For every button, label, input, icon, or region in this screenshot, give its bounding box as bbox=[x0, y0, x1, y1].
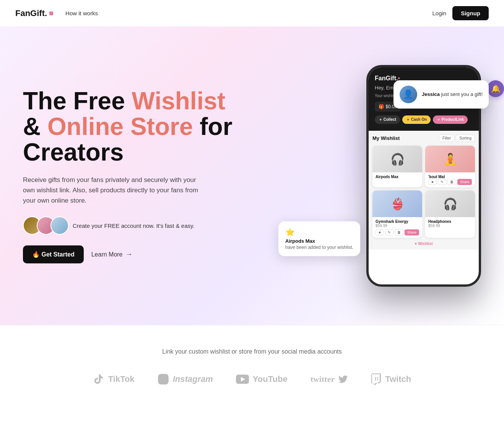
product-image-airpods: 🎧 bbox=[372, 146, 422, 172]
login-button[interactable]: Login bbox=[432, 10, 446, 16]
wishlist-notif-title: Airpods Max bbox=[285, 238, 353, 244]
tiktok-icon bbox=[93, 373, 104, 385]
hero-title-part3: for bbox=[193, 113, 232, 140]
product-name-airpods: Airpods Max bbox=[376, 175, 419, 179]
social-icons: TikTok Instagram YouTube twitter bbox=[15, 373, 489, 385]
twitter-bird-icon bbox=[338, 375, 348, 383]
share-button-mat[interactable]: Share bbox=[457, 179, 472, 185]
avatar-3 bbox=[50, 216, 69, 235]
notification-text: Jessica just sent you a gift! bbox=[422, 91, 483, 98]
logo-text: FanGift. bbox=[15, 8, 47, 18]
product-actions-gymshark: ★ ✎ 🗑 Share bbox=[376, 229, 419, 235]
tab-collect[interactable]: ＋ Collect bbox=[375, 115, 400, 124]
social-subtitle: Link your custom wishlist or store from … bbox=[15, 348, 489, 355]
notification-sender: Jessica bbox=[422, 91, 440, 97]
product-image-headphones2: 🎧 bbox=[425, 190, 475, 217]
product-price-headphones2: $59.99 bbox=[428, 224, 472, 228]
action-btn-3[interactable]: 🗑 bbox=[447, 179, 456, 185]
filter-button[interactable]: Filter bbox=[439, 135, 454, 142]
wishlist-controls: Filter Sorting bbox=[439, 135, 475, 142]
action-btn-g3[interactable]: 🗑 bbox=[395, 229, 403, 235]
product-info-gymshark: Gymshark Energy $59.99 ★ ✎ 🗑 Share bbox=[372, 217, 422, 238]
product-image-gymshark: 👙 bbox=[372, 190, 422, 217]
wishlist-notif-desc: have been added to your wishlist. bbox=[285, 245, 353, 250]
hero-title-creators: Creators bbox=[23, 138, 124, 166]
wishlist-header: My Wishlist Filter Sorting bbox=[372, 135, 475, 142]
hero-cta-text: Create your FREE account now. It's fast … bbox=[73, 222, 195, 229]
notification-avatar: 👤 bbox=[400, 86, 417, 103]
hero-content: The Free Wishlist & Online Store for Cre… bbox=[23, 88, 232, 263]
hero-title: The Free Wishlist & Online Store for Cre… bbox=[23, 88, 232, 166]
product-info-mat: 'kout Mat ★ ✎ 🗑 Share bbox=[425, 172, 475, 187]
hero-description: Receive gifts from your fans privately a… bbox=[23, 175, 206, 206]
social-section: Link your custom wishlist or store from … bbox=[0, 325, 504, 408]
logo[interactable]: FanGift. bbox=[15, 8, 53, 18]
social-twitch[interactable]: Twitch bbox=[371, 373, 411, 385]
instagram-icon bbox=[158, 373, 169, 385]
product-name-headphones2: Headphones bbox=[428, 219, 472, 224]
social-tiktok[interactable]: TikTok bbox=[93, 373, 135, 385]
product-card-airpods: 🎧 Airpods Max bbox=[372, 146, 422, 187]
signup-button[interactable]: Signup bbox=[452, 6, 489, 20]
action-btn-2[interactable]: ✎ bbox=[438, 179, 446, 185]
svg-point-2 bbox=[165, 376, 166, 377]
svg-point-1 bbox=[161, 377, 165, 381]
product-card-headphones2: 🎧 Headphones $59.99 bbox=[425, 190, 475, 238]
wishlist-title: My Wishlist bbox=[372, 135, 400, 141]
navbar: FanGift. How it works Login Signup bbox=[0, 0, 504, 27]
product-info-headphones2: Headphones $59.99 bbox=[425, 217, 475, 232]
product-price-gymshark: $59.99 bbox=[376, 224, 419, 228]
product-image-mat: 🧘 bbox=[425, 146, 475, 172]
youtube-icon bbox=[236, 375, 249, 384]
nav-right: Login Signup bbox=[432, 6, 489, 20]
twitch-label: Twitch bbox=[385, 374, 411, 384]
social-twitter[interactable]: twitter bbox=[311, 374, 348, 384]
phone-body: My Wishlist Filter Sorting 🎧 Airpods Max bbox=[369, 131, 479, 250]
product-name-mat: 'kout Mat bbox=[428, 175, 472, 179]
product-card-gymshark: 👙 Gymshark Energy $59.99 ★ ✎ 🗑 Share bbox=[372, 190, 422, 238]
tab-product[interactable]: ＋ ProductLink bbox=[433, 115, 468, 124]
logo-dot bbox=[49, 11, 53, 15]
learn-more-button[interactable]: Learn More → bbox=[91, 250, 133, 258]
learn-more-label: Learn More bbox=[91, 251, 123, 258]
get-started-button[interactable]: 🔥 Get Started bbox=[23, 245, 84, 263]
action-btn-1[interactable]: ★ bbox=[428, 179, 437, 185]
how-it-works-link[interactable]: How it works bbox=[65, 10, 98, 16]
hero-title-part1: The Free bbox=[23, 87, 132, 115]
product-card-mat: 🧘 'kout Mat ★ ✎ 🗑 Share bbox=[425, 146, 475, 187]
social-youtube[interactable]: YouTube bbox=[236, 374, 288, 384]
arrow-icon: → bbox=[126, 250, 133, 258]
instagram-label: Instagram bbox=[173, 374, 213, 384]
tiktok-label: TikTok bbox=[108, 374, 135, 384]
social-instagram[interactable]: Instagram bbox=[158, 373, 213, 385]
product-info-airpods: Airpods Max bbox=[372, 172, 422, 181]
hero-avatars: Create your FREE account now. It's fast … bbox=[23, 216, 232, 235]
tab-cash[interactable]: ＋ Cash On bbox=[402, 115, 431, 124]
hero-section: The Free Wishlist & Online Store for Cre… bbox=[0, 27, 504, 325]
phone-wishlist-nav: ♥ Wishlist bbox=[372, 242, 475, 246]
nav-left: FanGift. How it works bbox=[15, 8, 98, 18]
hero-title-accent2: Online Store bbox=[47, 113, 193, 140]
product-grid: 🎧 Airpods Max 🧘 'kout Mat ★ bbox=[372, 146, 475, 238]
hero-title-part2: & bbox=[23, 113, 47, 140]
share-button-gymshark[interactable]: Share bbox=[405, 229, 419, 235]
product-actions-mat: ★ ✎ 🗑 Share bbox=[428, 179, 472, 185]
notification-bell[interactable]: 🔔 bbox=[487, 80, 504, 97]
product-name-gymshark: Gymshark Energy bbox=[376, 219, 419, 224]
hero-buttons: 🔥 Get Started Learn More → bbox=[23, 245, 232, 263]
action-btn-g2[interactable]: ✎ bbox=[385, 229, 393, 235]
sorting-button[interactable]: Sorting bbox=[456, 135, 475, 142]
twitter-label: twitter bbox=[311, 374, 335, 384]
hero-phone-area: 👤 Jessica just sent you a gift! 🔔 FanGif… bbox=[290, 57, 481, 294]
avatar-stack bbox=[23, 216, 69, 235]
twitch-icon bbox=[371, 373, 381, 385]
phone-tabs: ＋ Collect ＋ Cash On ＋ ProductLink bbox=[375, 115, 473, 124]
notification-popup: 👤 Jessica just sent you a gift! bbox=[393, 80, 489, 109]
hero-title-accent1: Wishlist bbox=[132, 87, 226, 115]
wishlist-notif-icon: ⭐ bbox=[285, 227, 353, 237]
action-btn-g1[interactable]: ★ bbox=[376, 229, 384, 235]
youtube-label: YouTube bbox=[253, 374, 288, 384]
wishlist-notification: ⭐ Airpods Max have been added to your wi… bbox=[278, 221, 360, 256]
notification-message: just sent you a gift! bbox=[440, 91, 483, 97]
